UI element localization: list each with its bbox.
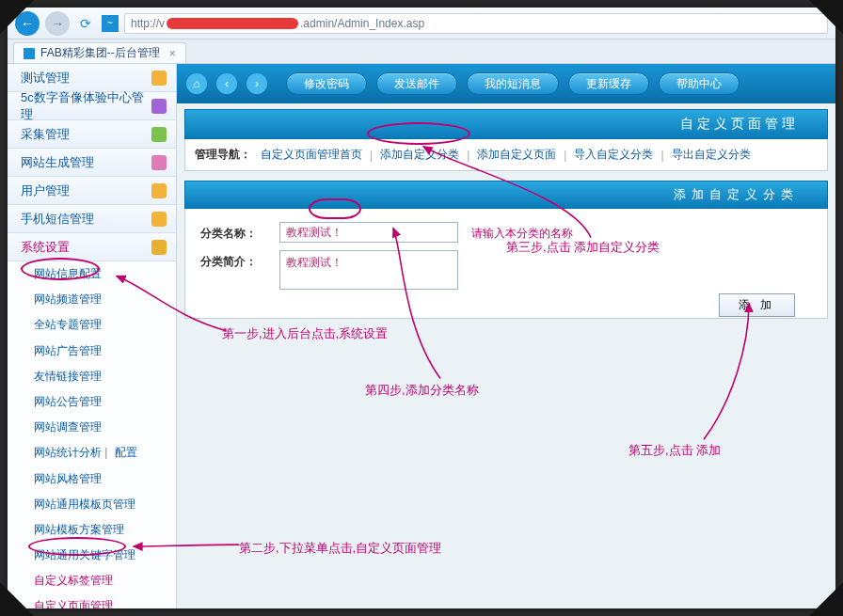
sidebar-item-label: 系统设置 — [21, 239, 70, 256]
sidebar-subitem[interactable]: 网站公告管理 — [8, 389, 176, 415]
nav-separator: | — [370, 149, 373, 162]
sub-section-title: 添加自定义分类 — [184, 181, 828, 209]
manage-nav-link[interactable]: 添加自定义页面 — [477, 147, 556, 163]
nav-separator: | — [564, 149, 566, 162]
sidebar-subitem[interactable]: 友情链接管理 — [8, 364, 176, 389]
sidebar-item-label: 手机短信管理 — [21, 211, 94, 228]
tab-favicon-icon — [24, 48, 35, 59]
category-name-input[interactable] — [279, 222, 458, 243]
sidebar-item-label: 采集管理 — [21, 126, 70, 143]
sidebar-item-icon — [151, 240, 167, 255]
sidebar-subitem[interactable]: 自定义标签管理 — [8, 568, 176, 593]
sidebar-item[interactable]: 手机短信管理 — [8, 205, 176, 233]
sidebar-item-label: 用户管理 — [21, 182, 70, 199]
sidebar-item-label: 5c数字音像体验中心管理 — [21, 89, 151, 123]
sidebar-item-icon — [151, 71, 167, 86]
name-label: 分类名称： — [200, 222, 266, 242]
refresh-button[interactable]: ⟳ — [75, 13, 96, 34]
sidebar-subitem[interactable]: 自定义页面管理 — [8, 593, 176, 608]
top-action-button[interactable]: 修改密码 — [286, 72, 367, 95]
sidebar-subitem[interactable]: 网站统计分析 | 配置 — [8, 440, 176, 466]
manage-nav-link[interactable]: 导出自定义分类 — [672, 147, 751, 163]
manage-nav-link[interactable]: 添加自定义分类 — [380, 147, 459, 163]
url-prefix: http://v — [131, 17, 165, 30]
sidebar-subitem-config[interactable]: 配置 — [115, 446, 137, 459]
top-action-button[interactable]: 我的短消息 — [467, 72, 559, 95]
tab-strip: FAB精彩集团--后台管理 × — [8, 39, 835, 64]
sidebar-subitem[interactable]: 网站调查管理 — [8, 415, 176, 440]
sidebar-item-icon — [151, 183, 167, 198]
url-suffix: .admin/Admin_Index.asp — [300, 17, 424, 30]
sidebar-item[interactable]: 系统设置 — [8, 233, 176, 261]
sidebar-subitem[interactable]: 网站通用关键字管理 — [8, 543, 176, 568]
manage-nav-link[interactable]: 导入自定义分类 — [574, 147, 653, 163]
nav-prev-icon[interactable]: ‹ — [216, 73, 237, 94]
nav-separator: | — [467, 149, 469, 162]
sidebar-subitem[interactable]: 网站风格管理 — [8, 466, 176, 492]
sidebar-subitem[interactable]: 网站信息配置 — [8, 261, 176, 287]
sidebar-item-icon — [151, 212, 167, 227]
tab-title: FAB精彩集团--后台管理 — [40, 45, 160, 61]
sidebar-subitem[interactable]: 网站广告管理 — [8, 339, 176, 364]
nav-up-icon[interactable]: ⌂ — [186, 73, 207, 94]
site-favicon-icon: ~ — [102, 15, 119, 32]
sidebar-subitem[interactable]: 网站模板方案管理 — [8, 517, 176, 543]
top-action-button[interactable]: 发送邮件 — [376, 72, 457, 95]
content-pane: ⌂ ‹ › 修改密码发送邮件我的短消息更新缓存帮助中心 自定义页面管理 管理导航… — [177, 64, 835, 608]
tab-close-icon[interactable]: × — [169, 47, 176, 60]
browser-tab[interactable]: FAB精彩集团--后台管理 × — [13, 42, 186, 63]
sidebar-subitem[interactable]: 全站专题管理 — [8, 312, 176, 338]
top-action-button[interactable]: 帮助中心 — [659, 72, 740, 95]
browser-address-bar: ← → ⟳ ~ http://v .admin/Admin_Index.asp — [8, 8, 835, 39]
redacted-bar — [167, 18, 298, 29]
sidebar-item-label: 网站生成管理 — [21, 154, 94, 171]
section-title: 自定义页面管理 — [184, 109, 828, 139]
nav-label: 管理导航： — [195, 147, 251, 163]
category-desc-input[interactable] — [279, 250, 458, 290]
annotation-step4: 第四步,添加分类名称 — [365, 382, 479, 399]
name-hint: 请输入本分类的名称 — [471, 222, 573, 242]
sidebar-item-icon — [151, 155, 167, 170]
top-action-button[interactable]: 更新缓存 — [568, 72, 649, 95]
sidebar-item[interactable]: 采集管理 — [8, 120, 176, 149]
forward-button[interactable]: → — [45, 11, 70, 36]
sidebar-item[interactable]: 测试管理 — [8, 64, 176, 92]
sidebar-subitem[interactable]: 网站通用模板页管理 — [8, 492, 176, 517]
top-button-bar: ⌂ ‹ › 修改密码发送邮件我的短消息更新缓存帮助中心 — [177, 64, 835, 103]
sidebar-item-icon — [151, 99, 167, 114]
address-input[interactable]: http://v .admin/Admin_Index.asp — [124, 13, 828, 34]
sidebar-item-icon — [151, 127, 167, 142]
sidebar-item[interactable]: 5c数字音像体验中心管理 — [8, 92, 176, 120]
nav-next-icon[interactable]: › — [247, 73, 267, 94]
manage-nav-row: 管理导航： 自定义页面管理首页|添加自定义分类|添加自定义页面|导入自定义分类|… — [184, 139, 828, 171]
annotation-step5: 第五步,点击 添加 — [628, 442, 721, 459]
sidebar-item-label: 测试管理 — [21, 70, 70, 87]
sidebar-item[interactable]: 用户管理 — [8, 177, 176, 205]
nav-separator: | — [660, 149, 663, 162]
form-area: 分类名称： 请输入本分类的名称 分类简介： 添 加 — [184, 209, 828, 319]
desc-label: 分类简介： — [200, 250, 266, 270]
sidebar: 测试管理5c数字音像体验中心管理采集管理网站生成管理用户管理手机短信管理系统设置… — [8, 64, 177, 608]
sidebar-item[interactable]: 网站生成管理 — [8, 149, 176, 177]
manage-nav-link[interactable]: 自定义页面管理首页 — [261, 147, 362, 163]
add-button[interactable]: 添 加 — [719, 293, 795, 317]
sidebar-subitem[interactable]: 网站频道管理 — [8, 287, 176, 312]
